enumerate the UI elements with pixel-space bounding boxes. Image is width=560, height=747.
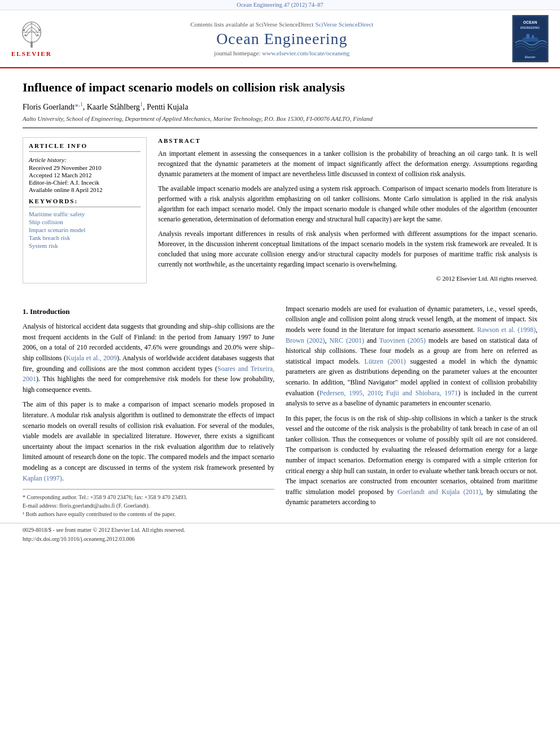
kujala-link[interactable]: Kujala et al., 2009 (66, 354, 117, 362)
rawson-link[interactable]: Rawson et al. (1998) (477, 326, 536, 334)
abstract-heading: ABSTRACT (158, 137, 537, 144)
abstract-text: An important element in assessing the co… (158, 148, 537, 283)
homepage-link[interactable]: www.elsevier.com/locate/oceaneng (262, 50, 349, 56)
footnote-note1: ¹ Both authors have equally contributed … (23, 510, 274, 518)
svg-rect-10 (526, 34, 530, 38)
nrc-link[interactable]: NRC (2001) (329, 337, 364, 344)
doi-line: http://dx.doi.org/10.1016/j.oceaneng.201… (23, 535, 537, 544)
contents-line: Contents lists available at SciVerse Sci… (52, 21, 512, 28)
left-column: 1. Introduction Analysis of historical a… (23, 304, 274, 518)
keyword-4[interactable]: Tank breach risk (29, 234, 141, 241)
sciverse-link[interactable]: SciVerse ScienceDirect (315, 21, 373, 28)
header-center: Contents lists available at SciVerse Sci… (52, 21, 512, 56)
journal-name: Ocean Engineering (52, 30, 512, 48)
article-info-heading: ARTICLE INFO (29, 142, 141, 152)
right-para-1: Impact scenario models are used for eval… (286, 304, 537, 409)
footnote-email: E-mail address: floris.goerlandt@aalto.f… (23, 501, 274, 510)
keyword-5[interactable]: System risk (29, 242, 141, 249)
svg-point-5 (38, 29, 41, 31)
fujii-link[interactable]: Fujii and Shiobara, 1971 (386, 389, 458, 397)
svg-rect-11 (532, 35, 534, 38)
author-names: Floris Goerlandt*,1, Kaarle Ståhlberg1, … (23, 103, 188, 111)
journal-cover-image: OCEAN ENGINEERING Elsevier (512, 15, 549, 63)
section1-heading: 1. Introduction (23, 306, 274, 317)
cover-svg: OCEAN ENGINEERING Elsevier (512, 15, 549, 62)
abstract-para-3: Analysis reveals important differences i… (158, 229, 537, 269)
brown-link[interactable]: Brown (2002) (286, 337, 325, 344)
svg-point-6 (24, 34, 27, 36)
abstract-para-2: The available impact scenario models are… (158, 184, 537, 224)
elsevier-tree-icon (15, 21, 49, 49)
footnote-corresponding: * Corresponding author. Tel.: +358 9 470… (23, 493, 274, 501)
svg-point-7 (37, 34, 39, 36)
keywords-section: Keywords: Maritime traffic safety Ship c… (29, 198, 141, 249)
svg-text:Elsevier: Elsevier (525, 56, 536, 59)
kaplan-link[interactable]: Kaplan (1997) (23, 474, 62, 482)
tuovinen-link[interactable]: Tuovinen (2005) (379, 337, 426, 344)
svg-point-4 (23, 29, 25, 31)
journal-homepage: journal homepage: www.elsevier.com/locat… (52, 50, 512, 56)
copyright: © 2012 Elsevier Ltd. All rights reserved… (158, 274, 537, 283)
received-date: Received 29 November 2010 (29, 164, 141, 171)
svg-text:ENGINEERING: ENGINEERING (520, 27, 540, 29)
keywords-heading: Keywords: (29, 198, 141, 207)
editor-info: Editor-in-Chief: A.I. Incecik (29, 179, 141, 186)
lutzen-link[interactable]: Lützen (2001) (365, 357, 406, 365)
issn-line: 0029-8018/$ - see front matter © 2012 El… (23, 526, 537, 535)
elsevier-label: ELSEVIER (11, 50, 52, 57)
page: Ocean Engineering 47 (2012) 74–87 (0, 0, 560, 747)
article-info-box: ARTICLE INFO Article history: Received 2… (23, 137, 147, 283)
journal-citation-bar: Ocean Engineering 47 (2012) 74–87 (0, 0, 560, 10)
section1-para-1: Analysis of historical accident data sug… (23, 321, 274, 395)
article-info-abstract-row: ARTICLE INFO Article history: Received 2… (23, 137, 537, 283)
bottom-info: 0029-8018/$ - see front matter © 2012 El… (0, 523, 560, 546)
history-label: Article history: (29, 156, 141, 163)
soares-link[interactable]: Soares and Teixeira, 2001 (23, 365, 274, 383)
svg-text:OCEAN: OCEAN (523, 20, 537, 24)
abstract-para-1: An important element in assessing the co… (158, 148, 537, 179)
article-content: Influence of impact scenario models on c… (0, 68, 560, 304)
abstract-section: ABSTRACT An important element in assessi… (158, 137, 537, 283)
accepted-date: Accepted 12 March 2012 (29, 172, 141, 178)
section1-para-2: The aim of this paper is to make a compa… (23, 399, 274, 483)
authors: Floris Goerlandt*,1, Kaarle Ståhlberg1, … (23, 102, 537, 112)
article-history: Article history: Received 29 November 20… (29, 156, 141, 193)
affiliation: Aalto University, School of Engineering,… (23, 115, 537, 128)
keyword-3[interactable]: Impact scenario model (29, 226, 141, 233)
journal-citation: Ocean Engineering 47 (2012) 74–87 (237, 2, 323, 8)
right-column: Impact scenario models are used for eval… (286, 304, 537, 518)
footnotes: * Corresponding author. Tel.: +358 9 470… (23, 489, 274, 518)
right-para-2: In this paper, the focus is on the risk … (286, 413, 537, 508)
article-title: Influence of impact scenario models on c… (23, 80, 537, 96)
main-body: 1. Introduction Analysis of historical a… (0, 304, 560, 518)
keyword-1[interactable]: Maritime traffic safety (29, 211, 141, 217)
elsevier-logo-area: ELSEVIER (11, 21, 52, 57)
online-date: Available online 8 April 2012 (29, 186, 141, 193)
pedersen-link[interactable]: Pedersen, 1995, 2010 (320, 389, 381, 397)
goerlandt-link[interactable]: Goerlandt and Kujala (2011) (397, 488, 481, 496)
journal-header: ELSEVIER Contents lists available at Sci… (0, 10, 560, 68)
keyword-2[interactable]: Ship collision (29, 219, 141, 225)
